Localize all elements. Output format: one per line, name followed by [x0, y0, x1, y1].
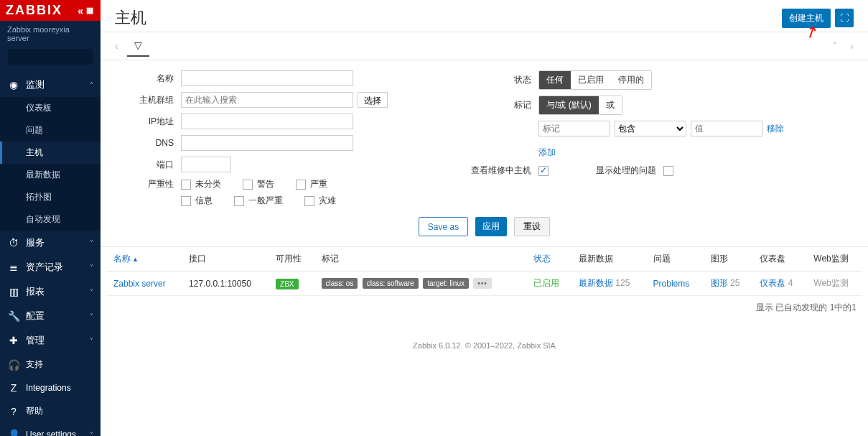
sidebar-item-problems[interactable]: 问题 [0, 119, 101, 142]
nav-group-label: 资产记录 [26, 261, 63, 274]
nav-support[interactable]: 🎧 支持 [0, 353, 101, 376]
status-opt-any[interactable]: 任何 [539, 71, 571, 89]
nav-group-label: 服务 [26, 236, 45, 249]
plus-square-icon: ✚ [7, 335, 20, 346]
nav-group-config[interactable]: 🔧 配置 ˅ [0, 304, 101, 328]
sidebar-item-dashboard[interactable]: 仪表板 [0, 97, 101, 119]
nav-group-label: 监测 [26, 78, 45, 91]
sidebar-item-latest[interactable]: 最新数据 [0, 164, 101, 186]
status-opt-disabled[interactable]: 停用的 [611, 71, 651, 89]
filter-label-hostgroup: 主机群组 [115, 94, 174, 106]
dashboards-link[interactable]: 仪表盘 [760, 278, 785, 288]
nav-label: Integrations [26, 383, 71, 393]
reset-button[interactable]: 重设 [514, 217, 550, 236]
tag-op-select[interactable]: 包含 [615, 121, 686, 136]
nav-help[interactable]: ? 帮助 [0, 399, 101, 423]
filter-tab[interactable]: ▽ [127, 35, 149, 57]
sidebar-item-discovery[interactable]: 自动发现 [0, 208, 101, 231]
clock-icon: ⏱ [7, 237, 20, 249]
tag-remove-link[interactable]: 移除 [767, 123, 784, 135]
filter-tabs-bar: ‹ ▽ ˅ › [101, 32, 868, 60]
nav-items-monitor: 仪表板 问题 主机 最新数据 拓扑图 自动发现 [0, 97, 101, 231]
table-footer-summary: 显示 已自动发现的 1中的1 [101, 296, 868, 320]
chart-icon: ▥ [7, 286, 20, 297]
th-dashboards: 仪表盘 [752, 247, 806, 272]
search-input[interactable] [12, 52, 111, 61]
tag-chip: class: software [363, 278, 419, 289]
severity-opt-4[interactable]: 一般严重 [234, 195, 283, 207]
tag-value-input[interactable] [691, 121, 762, 136]
th-graphs: 图形 [704, 247, 753, 272]
wrench-icon: 🔧 [7, 310, 20, 322]
tags-more-button[interactable]: ••• [473, 278, 492, 289]
filter-prev-button[interactable]: ‹ [111, 39, 123, 53]
latest-data-link[interactable]: 最新数据 [579, 278, 613, 288]
nav-group-label: 配置 [26, 310, 45, 323]
chevron-down-icon: ˅ [90, 239, 93, 247]
page-title: 主机 [115, 7, 146, 29]
sidebar-item-hosts[interactable]: 主机 [0, 142, 101, 164]
tag-key-input[interactable] [538, 121, 610, 136]
filter-ip-input[interactable] [181, 113, 353, 129]
nav-group-reports[interactable]: ▥ 报表 ˅ [0, 279, 101, 304]
th-status[interactable]: 状态 [526, 247, 571, 272]
host-interface: 127.0.0.1:10050 [182, 272, 269, 296]
th-interface: 接口 [182, 247, 269, 272]
graphs-link[interactable]: 图形 [711, 278, 728, 288]
user-icon: 👤 [7, 429, 20, 436]
severity-opt-1[interactable]: 警告 [243, 178, 274, 190]
hosts-table: 名称▲ 接口 可用性 标记 状态 最新数据 问题 图形 仪表盘 Web监测 Za… [106, 247, 862, 296]
apply-button[interactable]: 应用 [475, 217, 507, 236]
nav-group-monitor[interactable]: ◉ 监测 ˄ [0, 73, 101, 97]
severity-opt-3[interactable]: 信息 [181, 195, 213, 207]
graphs-count: 25 [730, 278, 739, 288]
logo-row: ZABBIX « ▦ [0, 0, 101, 21]
sort-asc-icon: ▲ [132, 256, 139, 263]
host-status[interactable]: 已启用 [533, 278, 559, 288]
sidebar-item-maps[interactable]: 拓扑图 [0, 186, 101, 208]
nav-group-label: 报表 [26, 285, 45, 298]
severity-opt-0[interactable]: 未分类 [181, 178, 221, 190]
fullscreen-button[interactable]: ⛶ [835, 9, 854, 27]
tag-filter-row: 包含 移除 [538, 121, 854, 136]
nav-user-settings[interactable]: 👤 User settings ˅ [0, 423, 101, 436]
filter-label-suppressed: 显示处理的问题 [596, 164, 656, 177]
filter-actions: Save as 应用 重设 [101, 210, 868, 247]
nav-group-inventory[interactable]: ≣ 资产记录 ˅ [0, 255, 101, 279]
sidebar-collapse-button[interactable]: « ▦ [78, 5, 95, 17]
filter-label-ip: IP地址 [115, 116, 174, 128]
filter-collapse-button[interactable]: ˅ [828, 39, 841, 53]
nav-label: 帮助 [26, 405, 43, 417]
severity-opt-2[interactable]: 严重 [296, 178, 327, 190]
filter-hostgroup-input[interactable] [181, 92, 353, 108]
filter-hostgroup-select-button[interactable]: 选择 [358, 92, 388, 108]
create-host-button[interactable]: 创建主机 [782, 9, 831, 28]
status-opt-enabled[interactable]: 已启用 [571, 71, 611, 89]
nav-integrations[interactable]: Z Integrations [0, 376, 101, 399]
filter-label-name: 名称 [115, 73, 174, 85]
nav-group-admin[interactable]: ✚ 管理 ˅ [0, 328, 101, 353]
filter-port-input[interactable] [181, 157, 231, 172]
filter-name-input[interactable] [181, 70, 353, 86]
server-name-label: Zabbix mooreyxia server [0, 21, 101, 48]
nav-group-services[interactable]: ⏱ 服务 ˅ [0, 231, 101, 255]
th-name[interactable]: 名称▲ [106, 247, 182, 272]
tag-chip: target: linux [423, 278, 469, 289]
severity-opt-5[interactable]: 灾难 [304, 195, 336, 207]
tag-eval-or[interactable]: 或 [599, 96, 622, 114]
maintenance-checkbox[interactable] [538, 166, 549, 176]
tag-eval-andor[interactable]: 与/或 (默认) [539, 96, 599, 114]
z-icon: Z [7, 382, 20, 394]
table-row: Zabbix server 127.0.0.1:10050 ZBX class:… [106, 272, 862, 296]
nav-group-label: 管理 [26, 334, 45, 347]
fullscreen-icon: ⛶ [840, 13, 849, 23]
filter-label-port: 端口 [115, 159, 174, 171]
filter-next-button[interactable]: › [846, 39, 858, 53]
suppressed-checkbox[interactable] [663, 166, 673, 176]
problems-link[interactable]: Problems [653, 279, 690, 289]
save-as-button[interactable]: Save as [419, 217, 468, 236]
host-name-link[interactable]: Zabbix server [113, 279, 166, 289]
tag-add-link[interactable]: 添加 [538, 147, 556, 157]
sidebar-search[interactable]: 🔍 [7, 48, 93, 65]
filter-dns-input[interactable] [181, 135, 353, 151]
